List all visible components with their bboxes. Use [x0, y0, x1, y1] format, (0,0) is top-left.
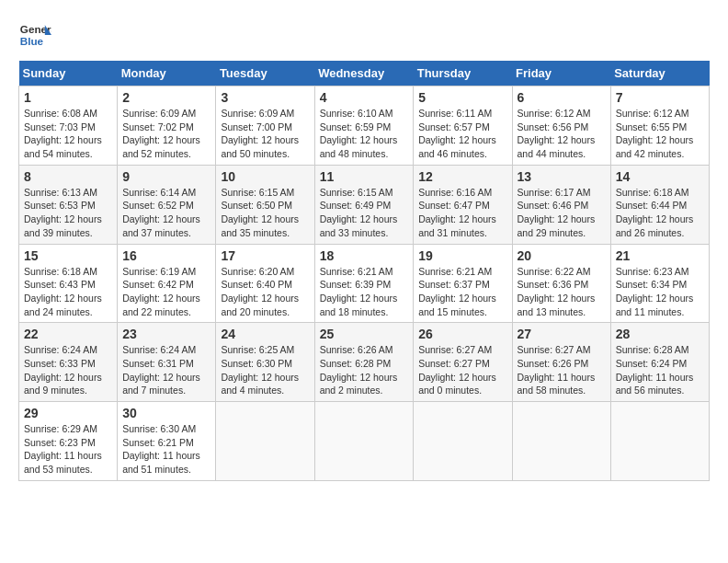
calendar-cell: 10Sunrise: 6:15 AMSunset: 6:50 PMDayligh… [216, 165, 314, 244]
day-number: 4 [320, 90, 409, 105]
day-detail: Sunrise: 6:09 AMSunset: 7:02 PMDaylight:… [122, 107, 210, 161]
day-detail: Sunrise: 6:17 AMSunset: 6:46 PMDaylight:… [518, 186, 606, 240]
day-number: 28 [616, 327, 704, 341]
day-number: 3 [221, 90, 309, 105]
day-number: 21 [616, 248, 704, 263]
calendar-cell: 28Sunrise: 6:28 AMSunset: 6:24 PMDayligh… [610, 323, 709, 402]
svg-text:Blue: Blue [20, 35, 44, 47]
day-detail: Sunrise: 6:08 AMSunset: 7:03 PMDaylight:… [24, 107, 112, 161]
calendar-cell: 21Sunrise: 6:23 AMSunset: 6:34 PMDayligh… [610, 244, 709, 323]
day-detail: Sunrise: 6:30 AMSunset: 6:21 PMDaylight:… [122, 422, 210, 477]
calendar-cell: 14Sunrise: 6:18 AMSunset: 6:44 PMDayligh… [610, 165, 709, 244]
day-number: 25 [320, 327, 409, 341]
day-detail: Sunrise: 6:12 AMSunset: 6:56 PMDaylight:… [518, 107, 606, 161]
calendar-cell: 17Sunrise: 6:20 AMSunset: 6:40 PMDayligh… [216, 244, 314, 323]
day-detail: Sunrise: 6:24 AMSunset: 6:31 PMDaylight:… [122, 343, 210, 397]
calendar-week-row: 29Sunrise: 6:29 AMSunset: 6:23 PMDayligh… [19, 402, 710, 481]
day-header-wednesday: Wednesday [314, 61, 414, 86]
day-detail: Sunrise: 6:11 AMSunset: 6:57 PMDaylight:… [418, 107, 506, 161]
calendar-cell: 9Sunrise: 6:14 AMSunset: 6:52 PMDaylight… [118, 165, 216, 244]
calendar-table: SundayMondayTuesdayWednesdayThursdayFrid… [18, 61, 710, 481]
day-number: 17 [221, 248, 309, 263]
calendar-cell: 22Sunrise: 6:24 AMSunset: 6:33 PMDayligh… [19, 323, 118, 402]
calendar-cell: 12Sunrise: 6:16 AMSunset: 6:47 PMDayligh… [414, 165, 512, 244]
day-detail: Sunrise: 6:27 AMSunset: 6:27 PMDaylight:… [418, 343, 506, 397]
day-detail: Sunrise: 6:09 AMSunset: 7:00 PMDaylight:… [221, 107, 309, 161]
day-detail: Sunrise: 6:18 AMSunset: 6:44 PMDaylight:… [616, 186, 704, 240]
day-number: 13 [518, 169, 606, 184]
day-detail: Sunrise: 6:19 AMSunset: 6:42 PMDaylight:… [122, 265, 210, 319]
day-number: 6 [518, 90, 606, 105]
day-header-friday: Friday [512, 61, 610, 86]
calendar-cell: 13Sunrise: 6:17 AMSunset: 6:46 PMDayligh… [512, 165, 610, 244]
calendar-cell: 30Sunrise: 6:30 AMSunset: 6:21 PMDayligh… [118, 402, 216, 481]
day-number: 30 [122, 406, 210, 420]
day-detail: Sunrise: 6:20 AMSunset: 6:40 PMDaylight:… [221, 265, 309, 319]
calendar-cell: 1Sunrise: 6:08 AMSunset: 7:03 PMDaylight… [19, 86, 118, 166]
calendar-cell: 19Sunrise: 6:21 AMSunset: 6:37 PMDayligh… [414, 244, 512, 323]
day-detail: Sunrise: 6:15 AMSunset: 6:49 PMDaylight:… [320, 186, 409, 240]
logo-icon: General Blue [18, 18, 51, 52]
calendar-cell: 3Sunrise: 6:09 AMSunset: 7:00 PMDaylight… [216, 86, 314, 166]
calendar-cell: 26Sunrise: 6:27 AMSunset: 6:27 PMDayligh… [414, 323, 512, 402]
day-number: 22 [24, 327, 112, 341]
day-detail: Sunrise: 6:21 AMSunset: 6:37 PMDaylight:… [418, 265, 506, 319]
calendar-cell: 24Sunrise: 6:25 AMSunset: 6:30 PMDayligh… [216, 323, 314, 402]
calendar-cell: 16Sunrise: 6:19 AMSunset: 6:42 PMDayligh… [118, 244, 216, 323]
day-detail: Sunrise: 6:23 AMSunset: 6:34 PMDaylight:… [616, 265, 704, 319]
day-number: 27 [518, 327, 606, 341]
calendar-cell: 2Sunrise: 6:09 AMSunset: 7:02 PMDaylight… [118, 86, 216, 166]
day-detail: Sunrise: 6:18 AMSunset: 6:43 PMDaylight:… [24, 265, 112, 319]
day-number: 15 [24, 248, 112, 263]
day-number: 9 [122, 169, 210, 184]
day-number: 7 [616, 90, 704, 105]
day-detail: Sunrise: 6:14 AMSunset: 6:52 PMDaylight:… [122, 186, 210, 240]
day-detail: Sunrise: 6:28 AMSunset: 6:24 PMDaylight:… [616, 343, 704, 397]
day-number: 12 [418, 169, 506, 184]
calendar-cell: 7Sunrise: 6:12 AMSunset: 6:55 PMDaylight… [610, 86, 709, 166]
calendar-cell: 20Sunrise: 6:22 AMSunset: 6:36 PMDayligh… [512, 244, 610, 323]
day-number: 11 [320, 169, 409, 184]
calendar-cell [610, 402, 709, 481]
day-number: 24 [221, 327, 309, 341]
day-number: 2 [122, 90, 210, 105]
day-number: 1 [24, 90, 112, 105]
calendar-cell: 25Sunrise: 6:26 AMSunset: 6:28 PMDayligh… [314, 323, 414, 402]
day-detail: Sunrise: 6:24 AMSunset: 6:33 PMDaylight:… [24, 343, 112, 397]
logo: General Blue [18, 18, 51, 52]
calendar-week-row: 8Sunrise: 6:13 AMSunset: 6:53 PMDaylight… [19, 165, 710, 244]
day-header-sunday: Sunday [19, 61, 118, 86]
calendar-cell: 27Sunrise: 6:27 AMSunset: 6:26 PMDayligh… [512, 323, 610, 402]
calendar-cell: 18Sunrise: 6:21 AMSunset: 6:39 PMDayligh… [314, 244, 414, 323]
day-detail: Sunrise: 6:27 AMSunset: 6:26 PMDaylight:… [518, 343, 606, 397]
calendar-cell: 11Sunrise: 6:15 AMSunset: 6:49 PMDayligh… [314, 165, 414, 244]
day-header-monday: Monday [118, 61, 216, 86]
day-detail: Sunrise: 6:26 AMSunset: 6:28 PMDaylight:… [320, 343, 409, 397]
day-number: 10 [221, 169, 309, 184]
calendar-header-row: SundayMondayTuesdayWednesdayThursdayFrid… [19, 61, 710, 86]
calendar-cell [314, 402, 414, 481]
calendar-week-row: 1Sunrise: 6:08 AMSunset: 7:03 PMDaylight… [19, 86, 710, 166]
calendar-cell [512, 402, 610, 481]
day-detail: Sunrise: 6:29 AMSunset: 6:23 PMDaylight:… [24, 422, 112, 477]
day-number: 19 [418, 248, 506, 263]
day-detail: Sunrise: 6:22 AMSunset: 6:36 PMDaylight:… [518, 265, 606, 319]
day-number: 5 [418, 90, 506, 105]
day-number: 23 [122, 327, 210, 341]
day-number: 8 [24, 169, 112, 184]
day-number: 14 [616, 169, 704, 184]
day-number: 29 [24, 406, 112, 420]
page-header: General Blue [18, 18, 710, 52]
calendar-cell: 29Sunrise: 6:29 AMSunset: 6:23 PMDayligh… [19, 402, 118, 481]
calendar-cell: 4Sunrise: 6:10 AMSunset: 6:59 PMDaylight… [314, 86, 414, 166]
day-number: 16 [122, 248, 210, 263]
day-header-saturday: Saturday [610, 61, 709, 86]
day-detail: Sunrise: 6:15 AMSunset: 6:50 PMDaylight:… [221, 186, 309, 240]
calendar-week-row: 15Sunrise: 6:18 AMSunset: 6:43 PMDayligh… [19, 244, 710, 323]
day-number: 26 [418, 327, 506, 341]
calendar-cell [216, 402, 314, 481]
calendar-cell: 23Sunrise: 6:24 AMSunset: 6:31 PMDayligh… [118, 323, 216, 402]
day-detail: Sunrise: 6:16 AMSunset: 6:47 PMDaylight:… [418, 186, 506, 240]
calendar-cell: 6Sunrise: 6:12 AMSunset: 6:56 PMDaylight… [512, 86, 610, 166]
day-detail: Sunrise: 6:25 AMSunset: 6:30 PMDaylight:… [221, 343, 309, 397]
